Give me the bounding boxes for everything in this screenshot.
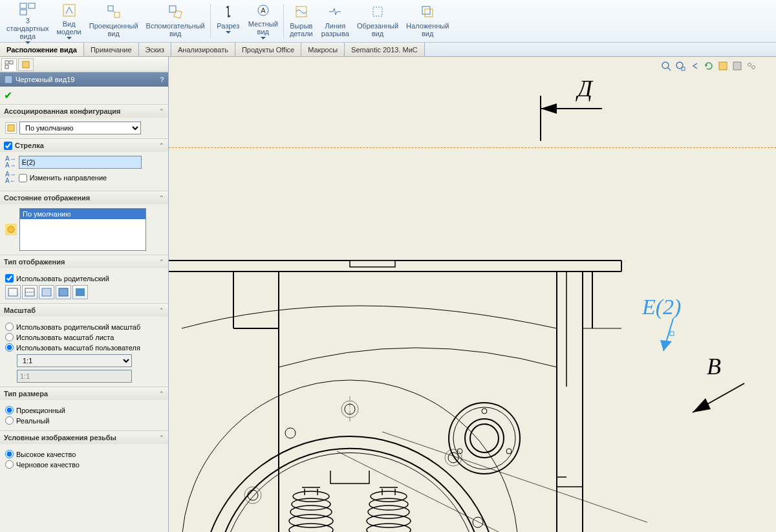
display-state-listbox[interactable]: По умолчанию	[19, 208, 146, 251]
tab-sketch[interactable]: Эскиз	[139, 43, 171, 56]
display-style-buttons	[5, 285, 163, 299]
panel-tab-feature-manager[interactable]	[1, 58, 17, 71]
svg-marker-10	[226, 6, 228, 8]
svg-point-31	[662, 62, 669, 69]
help-button[interactable]: ?	[160, 76, 164, 83]
svg-rect-4	[108, 6, 113, 11]
tab-annotation[interactable]: Примечание	[84, 43, 139, 56]
section-display-type-header[interactable]: Тип отображения ⌃	[0, 255, 168, 268]
property-manager: Чертежный вид19 ? ✔ Ассоциированная конф…	[0, 57, 169, 532]
svg-rect-8	[174, 10, 182, 18]
arrow-checkbox[interactable]	[4, 142, 12, 150]
section-toggle-button[interactable]	[717, 59, 729, 72]
ribbon-aux-view[interactable]: Вспомогательныйвид	[142, 1, 209, 41]
tab-semantic[interactable]: Semantic 2013. МиС	[345, 43, 425, 56]
separator	[283, 4, 284, 38]
thread-high-radio[interactable]	[5, 450, 14, 458]
config-combo[interactable]: По умолчанию	[19, 122, 141, 134]
display-state-icon	[5, 224, 17, 235]
svg-rect-16	[422, 6, 430, 14]
section-thread: Условные изображения резьбы ⌃ Высокое ка…	[0, 431, 168, 474]
ribbon-projection-view[interactable]: Проекционныйвид	[85, 1, 142, 41]
svg-rect-17	[425, 9, 433, 17]
svg-point-71	[473, 517, 483, 527]
more-options-button[interactable]	[745, 59, 758, 72]
arrow-e[interactable]	[654, 315, 686, 361]
svg-marker-44	[660, 340, 672, 351]
section-scale-header[interactable]: Масштаб ⌃	[0, 304, 168, 317]
arrow-b	[680, 377, 751, 422]
scale-sheet-radio[interactable]	[5, 333, 14, 341]
style-shaded[interactable]	[72, 285, 88, 299]
rotate-view-button[interactable]	[702, 59, 715, 72]
svg-line-6	[113, 11, 114, 12]
tab-view-layout[interactable]: Расположение вида	[0, 43, 84, 56]
ribbon-section[interactable]: Разрез	[212, 1, 244, 41]
svg-rect-36	[719, 62, 727, 70]
aux-view-icon	[166, 3, 184, 21]
previous-view-button[interactable]	[688, 59, 701, 72]
tab-macros[interactable]: Макросы	[301, 43, 345, 56]
three-views-icon	[19, 3, 37, 16]
view-toolbar	[660, 59, 758, 72]
drawing-canvas[interactable]: Д Е(2) В	[169, 57, 776, 532]
scale-user-radio[interactable]	[5, 343, 14, 352]
tab-analyze[interactable]: Анализировать	[171, 43, 235, 56]
ribbon-local-view[interactable]: A Местныйвид	[244, 1, 282, 41]
style-shaded-edges[interactable]	[56, 285, 71, 299]
ribbon-broken-out[interactable]: Вырывдетали	[285, 1, 318, 41]
dim-real-radio[interactable]	[5, 416, 14, 425]
arrow-label-input[interactable]	[19, 156, 142, 169]
style-hidden-removed[interactable]	[39, 285, 54, 299]
separator	[210, 4, 211, 38]
config-link-icon[interactable]	[5, 122, 17, 134]
section-dim-type-header[interactable]: Тип размера ⌃	[0, 387, 168, 400]
svg-marker-11	[228, 15, 231, 17]
svg-rect-1	[28, 3, 35, 8]
ribbon-3-standard-views[interactable]: 3стандартныхвида	[3, 1, 53, 41]
svg-rect-51	[350, 261, 395, 267]
break-line-icon	[326, 3, 344, 21]
annotation-b: В	[707, 353, 721, 380]
svg-point-62	[182, 380, 518, 532]
section-config: Ассоциированная конфигурация ⌃ По умолча…	[0, 104, 168, 138]
svg-rect-18	[5, 61, 8, 64]
svg-point-82	[292, 498, 330, 510]
svg-rect-29	[59, 288, 68, 296]
section-scale: Масштаб ⌃ Использовать родительский масш…	[0, 303, 168, 387]
reverse-checkbox[interactable]	[19, 174, 27, 182]
section-display-state-header[interactable]: Состояние отображения ⌃	[0, 191, 168, 204]
svg-rect-3	[63, 5, 75, 16]
scale-parent-radio[interactable]	[5, 323, 14, 331]
svg-point-77	[506, 449, 512, 454]
svg-point-75	[470, 424, 499, 452]
ribbon-overlay-view[interactable]: Наложенныйвид	[402, 1, 453, 41]
style-wireframe[interactable]	[5, 285, 21, 299]
arrow-direction-icon: A→A→	[5, 156, 16, 169]
scale-combo[interactable]: 1:1	[17, 354, 132, 367]
section-thread-header[interactable]: Условные изображения резьбы ⌃	[0, 431, 168, 444]
display-style-button[interactable]	[731, 59, 744, 72]
ribbon-model-view[interactable]: Видмодели	[53, 1, 85, 41]
section-arrow-header[interactable]: Стрелка ⌃	[0, 139, 168, 152]
tab-office[interactable]: Продукты Office	[235, 43, 301, 56]
svg-point-39	[752, 66, 755, 69]
projection-view-icon	[105, 3, 123, 21]
style-hidden-visible[interactable]	[22, 285, 38, 299]
use-parent-style-checkbox[interactable]	[5, 274, 14, 282]
svg-rect-45	[670, 332, 674, 335]
section-display-type: Тип отображения ⌃ Использовать родительс…	[0, 255, 168, 303]
dim-projection-radio[interactable]	[5, 406, 14, 414]
section-icon	[219, 3, 237, 21]
zoom-fit-button[interactable]	[660, 59, 673, 72]
property-title: Чертежный вид19	[16, 76, 74, 83]
listbox-item[interactable]: По умолчанию	[20, 209, 146, 219]
ribbon-crop-view[interactable]: Обрезанныйвид	[353, 1, 402, 41]
svg-text:A: A	[261, 6, 266, 14]
ribbon-break-line[interactable]: Линияразрыва	[318, 1, 353, 41]
ok-button[interactable]: ✔	[4, 90, 12, 101]
section-config-header[interactable]: Ассоциированная конфигурация ⌃	[0, 105, 168, 118]
zoom-area-button[interactable]	[674, 59, 687, 72]
thread-draft-radio[interactable]	[5, 460, 14, 469]
panel-tab-config-manager[interactable]	[18, 58, 34, 71]
